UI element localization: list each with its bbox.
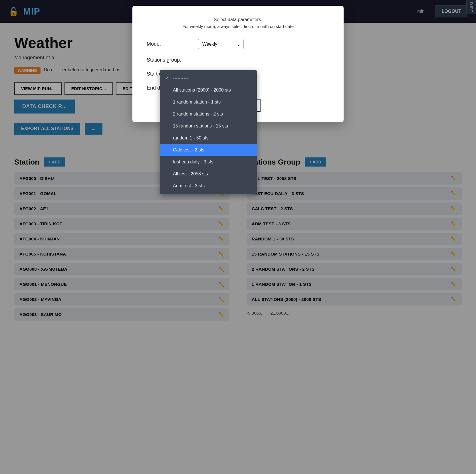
dropdown-item-label: 15 random stations - 15 sts: [173, 123, 228, 129]
dropdown-item-label: test ecu daily - 3 sts: [173, 159, 213, 165]
mode-row: Mode: Weekly Daily: [147, 39, 329, 49]
mode-label: Mode:: [147, 41, 198, 47]
modal-hint-2: For weekly mode, always select first of …: [147, 24, 329, 29]
modal-overlay: Select data parameters. For weekly mode,…: [0, 0, 476, 474]
dropdown-item-label: Adm test - 3 sts: [173, 183, 205, 189]
dropdown-item-adm-test[interactable]: Adm test - 3 sts: [160, 180, 257, 192]
mode-select[interactable]: Weekly Daily: [198, 39, 244, 49]
dropdown-item-random1[interactable]: random 1 - 30 sts: [160, 132, 257, 144]
dropdown-item-calc-test[interactable]: Calc test - 2 sts: [160, 144, 257, 156]
dropdown-item-2-random[interactable]: 2 random stations - 2 sts: [160, 108, 257, 120]
dropdown-item-15-random[interactable]: 15 random stations - 15 sts: [160, 120, 257, 132]
dropdown-item-label: ----------: [173, 76, 188, 81]
stations-group-label: Stations group:: [147, 57, 198, 63]
dropdown-item-all-stations[interactable]: All stations (2000) - 2000 sts: [160, 84, 257, 96]
mode-select-wrapper: Weekly Daily: [198, 39, 244, 49]
dropdown-item-all-test[interactable]: All test - 2058 sts: [160, 168, 257, 180]
dropdown-item-1-random[interactable]: 1 random station - 1 sts: [160, 96, 257, 108]
stations-group-row: Stations group:: [147, 57, 329, 63]
dropdown-item-test-ecu[interactable]: test ecu daily - 3 sts: [160, 156, 257, 168]
check-mark-icon: ✓: [166, 76, 170, 80]
dropdown-item-label: Calc test - 2 sts: [173, 147, 204, 153]
dropdown-item-label: 1 random station - 1 sts: [173, 100, 221, 105]
modal-hint-1: Select data parameters.: [147, 17, 329, 22]
dropdown-item-label: All stations (2000) - 2000 sts: [173, 88, 231, 93]
dropdown-item-label: random 1 - 30 sts: [173, 135, 209, 141]
dropdown-item-default[interactable]: ✓ ----------: [160, 72, 257, 84]
dropdown-item-label: 2 random stations - 2 sts: [173, 112, 223, 117]
stations-group-dropdown[interactable]: ✓ ---------- All stations (2000) - 2000 …: [160, 70, 257, 194]
dropdown-item-label: All test - 2058 sts: [173, 171, 208, 177]
